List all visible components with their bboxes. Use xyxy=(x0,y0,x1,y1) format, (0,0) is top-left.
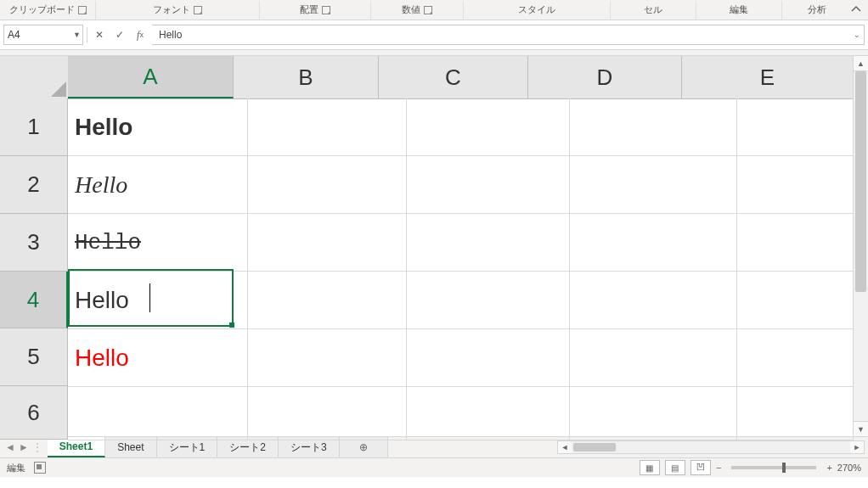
chevron-down-icon[interactable]: ▼ xyxy=(73,31,81,39)
tab-nav-next-icon[interactable]: ► xyxy=(19,441,29,453)
cell-A3[interactable]: Hello xyxy=(68,214,248,271)
cell-B5[interactable] xyxy=(248,329,407,386)
cell-A1[interactable]: Hello xyxy=(68,98,248,155)
ribbon-group-label: セル xyxy=(644,3,662,16)
scroll-thumb[interactable] xyxy=(573,443,616,452)
cell-D2[interactable] xyxy=(570,156,737,213)
vertical-scrollbar[interactable]: ▲ ▼ xyxy=(853,56,868,436)
column-header-A[interactable]: A xyxy=(68,56,234,98)
cancel-x-icon[interactable]: ✕ xyxy=(91,25,108,44)
column-header-D[interactable]: D xyxy=(528,56,682,98)
column-headers: A B C D E xyxy=(68,56,854,99)
row-header-2[interactable]: 2 xyxy=(0,156,68,214)
ribbon-group-font[interactable]: フォント xyxy=(96,1,260,20)
scroll-up-icon[interactable]: ▲ xyxy=(854,56,868,71)
view-page-layout-icon[interactable]: ▤ xyxy=(665,460,685,475)
cell-A6[interactable] xyxy=(68,387,248,440)
cell-C6[interactable] xyxy=(407,387,570,440)
dialog-launcher-icon[interactable] xyxy=(78,6,87,14)
scroll-right-icon[interactable]: ► xyxy=(850,441,864,453)
row-header-4[interactable]: 4 xyxy=(0,272,68,328)
cell-value: Hello xyxy=(75,114,132,141)
cell-D3[interactable] xyxy=(570,214,737,271)
cell-A5[interactable]: Hello xyxy=(68,329,248,386)
scroll-thumb[interactable] xyxy=(855,71,866,292)
cell-A2[interactable]: Hello xyxy=(68,156,248,213)
ribbon-group-analysis[interactable]: 分析 xyxy=(782,1,852,20)
ribbon-group-label: スタイル xyxy=(518,3,555,16)
row-header-1[interactable]: 1 xyxy=(0,98,68,156)
scroll-down-icon[interactable]: ▼ xyxy=(854,421,868,436)
cell-C1[interactable] xyxy=(407,98,570,155)
cell-D4[interactable] xyxy=(570,272,737,328)
column-header-C[interactable]: C xyxy=(379,56,528,98)
cell-E4[interactable] xyxy=(737,272,854,328)
status-mode: 編集 xyxy=(7,462,25,474)
tab-nav-prev-icon[interactable]: ◄ xyxy=(5,441,15,453)
cell-A4[interactable]: Hello xyxy=(68,272,248,328)
dialog-launcher-icon[interactable] xyxy=(322,6,330,14)
ribbon-group-alignment[interactable]: 配置 xyxy=(260,1,371,20)
name-box[interactable]: A4 ▼ xyxy=(3,25,83,45)
cell-E3[interactable] xyxy=(737,214,854,271)
cell-B1[interactable] xyxy=(248,98,407,155)
scroll-left-icon[interactable]: ◄ xyxy=(558,441,572,453)
select-all-corner[interactable] xyxy=(0,56,69,99)
ribbon-group-number[interactable]: 数値 xyxy=(371,1,464,20)
cell-D6[interactable] xyxy=(570,387,737,440)
formula-bar: A4 ▼ ✕ ✓ fx Hello ⌄ xyxy=(0,20,868,50)
ribbon-group-style[interactable]: スタイル xyxy=(464,1,611,20)
zoom-slider[interactable] xyxy=(731,466,816,469)
cell-row: Hello xyxy=(68,156,854,214)
cell-C4[interactable] xyxy=(407,272,570,328)
cell-E2[interactable] xyxy=(737,156,854,213)
cell-B2[interactable] xyxy=(248,156,407,213)
dialog-launcher-icon[interactable] xyxy=(424,6,432,14)
zoom-in-button[interactable]: + xyxy=(826,463,831,473)
cell-value: Hello xyxy=(75,230,141,255)
cell-E6[interactable] xyxy=(737,387,854,440)
cell-C3[interactable] xyxy=(407,214,570,271)
row-header-3[interactable]: 3 xyxy=(0,214,68,272)
zoom-level[interactable]: 270% xyxy=(837,463,861,473)
collapse-ribbon-icon[interactable] xyxy=(851,5,861,14)
sheet-tab-label: Sheet xyxy=(117,441,144,453)
ribbon-group-label: 編集 xyxy=(730,3,748,16)
ribbon-group-cell[interactable]: セル xyxy=(611,1,696,20)
cell-row: Hello xyxy=(68,272,854,329)
cell-B4[interactable] xyxy=(248,272,407,328)
fx-icon[interactable]: fx xyxy=(132,25,149,44)
view-page-break-icon[interactable]: 凹 xyxy=(690,460,711,475)
separator xyxy=(87,27,87,42)
cell-E1[interactable] xyxy=(737,98,854,155)
expand-formula-icon[interactable]: ⌄ xyxy=(854,31,860,39)
ribbon-group-edit[interactable]: 編集 xyxy=(696,1,782,20)
column-header-B[interactable]: B xyxy=(234,56,379,98)
cell-E5[interactable] xyxy=(737,329,854,386)
cell-B3[interactable] xyxy=(248,214,407,271)
row-header-label: 6 xyxy=(27,400,39,426)
zoom-out-button[interactable]: − xyxy=(716,463,721,473)
cell-D1[interactable] xyxy=(570,98,737,155)
macro-record-icon[interactable] xyxy=(34,462,46,474)
sheet-tab-label: シート2 xyxy=(229,440,266,455)
cell-C5[interactable] xyxy=(407,329,570,386)
row-header-6[interactable]: 6 xyxy=(0,386,68,440)
enter-check-icon[interactable]: ✓ xyxy=(111,25,128,44)
sheet-tab-label: シート3 xyxy=(290,440,327,455)
row-header-5[interactable]: 5 xyxy=(0,328,68,386)
dialog-launcher-icon[interactable] xyxy=(194,6,202,14)
cell-D5[interactable] xyxy=(570,329,737,386)
name-box-value: A4 xyxy=(8,29,20,41)
view-normal-icon[interactable]: ▦ xyxy=(640,460,660,475)
cells-area[interactable]: Hello Hello Hello Hello xyxy=(68,98,854,436)
ribbon-group-clipboard[interactable]: クリップボード xyxy=(0,1,96,20)
column-header-E[interactable]: E xyxy=(682,56,854,98)
cell-B6[interactable] xyxy=(248,387,407,440)
formula-input[interactable]: Hello ⌄ xyxy=(152,25,865,45)
row-header-label: 3 xyxy=(27,229,39,255)
ribbon-group-label: 数値 xyxy=(402,3,420,16)
cell-C2[interactable] xyxy=(407,156,570,213)
sheet-tab-label: シート1 xyxy=(169,440,206,455)
status-bar: 編集 ▦ ▤ 凹 − + 270% xyxy=(0,457,868,477)
